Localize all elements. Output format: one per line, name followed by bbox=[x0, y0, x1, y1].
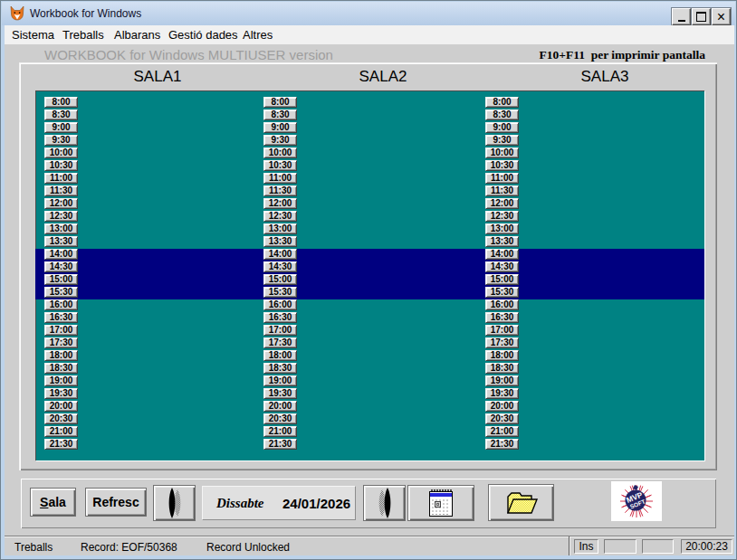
menu-altres[interactable]: Altres bbox=[243, 28, 273, 42]
time-slot-button[interactable]: 19:00 bbox=[485, 375, 519, 386]
time-slot-button[interactable]: 18:00 bbox=[44, 350, 78, 361]
time-slot-button[interactable]: 21:30 bbox=[44, 439, 78, 450]
time-slot-button[interactable]: 10:00 bbox=[44, 147, 78, 158]
time-slot-button[interactable]: 14:00 bbox=[44, 249, 78, 260]
time-slot-button[interactable]: 16:00 bbox=[263, 299, 297, 310]
time-slot-button[interactable]: 17:30 bbox=[263, 337, 297, 348]
time-slot-button[interactable]: 12:30 bbox=[263, 211, 297, 222]
time-slot-button[interactable]: 18:30 bbox=[485, 363, 519, 374]
time-slot-button[interactable]: 10:30 bbox=[44, 160, 78, 171]
time-slot-button[interactable]: 12:30 bbox=[485, 211, 519, 222]
time-slot-button[interactable]: 8:30 bbox=[44, 109, 78, 120]
previous-day-button[interactable] bbox=[153, 485, 196, 521]
time-slot-button[interactable]: 18:00 bbox=[485, 350, 519, 361]
time-slot-button[interactable]: 10:00 bbox=[263, 147, 297, 158]
time-slot-button[interactable]: 12:00 bbox=[44, 198, 78, 209]
time-slot-button[interactable]: 17:30 bbox=[44, 337, 78, 348]
time-slot-button[interactable]: 13:00 bbox=[263, 223, 297, 234]
time-slot-button[interactable]: 16:30 bbox=[263, 312, 297, 323]
time-slot-button[interactable]: 20:30 bbox=[263, 413, 297, 424]
time-slot-button[interactable]: 10:00 bbox=[485, 147, 519, 158]
menu-albarans[interactable]: Albarans bbox=[114, 28, 160, 42]
refresc-button[interactable]: Refresc bbox=[85, 488, 147, 517]
time-slot-button[interactable]: 14:30 bbox=[485, 261, 519, 272]
time-slot-button[interactable]: 12:00 bbox=[485, 198, 519, 209]
time-slot-button[interactable]: 8:00 bbox=[485, 97, 519, 108]
time-slot-button[interactable]: 15:30 bbox=[44, 287, 78, 298]
time-slot-button[interactable]: 21:30 bbox=[263, 439, 297, 450]
time-slot-button[interactable]: 21:00 bbox=[485, 426, 519, 437]
time-slot-button[interactable]: 13:30 bbox=[44, 236, 78, 247]
time-slot-button[interactable]: 11:30 bbox=[44, 185, 78, 196]
maximize-button[interactable] bbox=[692, 8, 711, 25]
time-slot-button[interactable]: 17:00 bbox=[485, 325, 519, 336]
time-slot-button[interactable]: 15:00 bbox=[263, 274, 297, 285]
menu-gestio-dades[interactable]: Gestió dades bbox=[168, 28, 238, 42]
time-slot-button[interactable]: 15:30 bbox=[485, 287, 519, 298]
time-slot-button[interactable]: 13:00 bbox=[44, 223, 78, 234]
time-slot-button[interactable]: 12:00 bbox=[263, 198, 297, 209]
time-slot-button[interactable]: 14:00 bbox=[263, 249, 297, 260]
time-slot-button[interactable]: 11:00 bbox=[485, 173, 519, 184]
time-slot-button[interactable]: 9:00 bbox=[485, 122, 519, 133]
time-slot-button[interactable]: 15:30 bbox=[263, 287, 297, 298]
time-slot-button[interactable]: 13:30 bbox=[485, 236, 519, 247]
time-slot-button[interactable]: 20:00 bbox=[44, 401, 78, 412]
time-slot-button[interactable]: 19:00 bbox=[44, 375, 78, 386]
time-slot-button[interactable]: 11:00 bbox=[263, 173, 297, 184]
time-slot-button[interactable]: 20:00 bbox=[263, 401, 297, 412]
time-slot-button[interactable]: 14:00 bbox=[485, 249, 519, 260]
time-slot-button[interactable]: 18:30 bbox=[44, 363, 78, 374]
time-slot-button[interactable]: 21:30 bbox=[485, 439, 519, 450]
time-slot-button[interactable]: 15:00 bbox=[44, 274, 78, 285]
time-slot-button[interactable]: 9:30 bbox=[44, 135, 78, 146]
time-slot-button[interactable]: 14:30 bbox=[44, 261, 78, 272]
time-slot-button[interactable]: 16:00 bbox=[485, 299, 519, 310]
menu-treballs[interactable]: Treballs bbox=[62, 28, 104, 42]
calendar-button[interactable] bbox=[407, 485, 474, 521]
time-slot-button[interactable]: 8:00 bbox=[263, 97, 297, 108]
time-slot-button[interactable]: 17:00 bbox=[44, 325, 78, 336]
close-button[interactable]: × bbox=[712, 8, 731, 25]
time-slot-button[interactable]: 20:30 bbox=[485, 413, 519, 424]
time-slot-button[interactable]: 9:00 bbox=[44, 122, 78, 133]
time-slot-button[interactable]: 11:00 bbox=[44, 173, 78, 184]
sala-button[interactable]: Sala bbox=[30, 488, 76, 517]
time-slot-button[interactable]: 13:00 bbox=[485, 223, 519, 234]
time-slot-button[interactable]: 16:30 bbox=[44, 312, 78, 323]
time-slot-button[interactable]: 21:00 bbox=[263, 426, 297, 437]
next-day-button[interactable] bbox=[363, 485, 406, 521]
time-slot-button[interactable]: 8:30 bbox=[485, 109, 519, 120]
menu-sistema[interactable]: Sistema bbox=[12, 28, 54, 42]
time-slot-button[interactable]: 8:30 bbox=[263, 109, 297, 120]
time-slot-button[interactable]: 19:30 bbox=[485, 388, 519, 399]
time-slot-button[interactable]: 20:00 bbox=[485, 401, 519, 412]
folder-icon bbox=[504, 490, 539, 516]
time-slot-button[interactable]: 12:30 bbox=[44, 211, 78, 222]
time-slot-button[interactable]: 17:30 bbox=[485, 337, 519, 348]
time-slot-button[interactable]: 9:30 bbox=[263, 135, 297, 146]
time-slot-button[interactable]: 15:00 bbox=[485, 274, 519, 285]
time-slot-button[interactable]: 14:30 bbox=[263, 261, 297, 272]
time-slot-button[interactable]: 17:00 bbox=[263, 325, 297, 336]
time-slot-button[interactable]: 18:00 bbox=[263, 350, 297, 361]
time-slot-button[interactable]: 11:30 bbox=[485, 185, 519, 196]
time-slot-button[interactable]: 16:00 bbox=[44, 299, 78, 310]
time-slot-button[interactable]: 19:00 bbox=[263, 375, 297, 386]
time-slot-button[interactable]: 8:00 bbox=[44, 97, 78, 108]
menu-bar: Sistema Treballs Albarans Gestió dades A… bbox=[5, 25, 734, 44]
time-slot-button[interactable]: 18:30 bbox=[263, 363, 297, 374]
time-slot-button[interactable]: 10:30 bbox=[263, 160, 297, 171]
time-slot-button[interactable]: 11:30 bbox=[263, 185, 297, 196]
minimize-button[interactable] bbox=[672, 8, 691, 25]
time-slot-button[interactable]: 19:30 bbox=[263, 388, 297, 399]
time-slot-button[interactable]: 10:30 bbox=[485, 160, 519, 171]
time-slot-button[interactable]: 16:30 bbox=[485, 312, 519, 323]
time-slot-button[interactable]: 19:30 bbox=[44, 388, 78, 399]
time-slot-button[interactable]: 13:30 bbox=[263, 236, 297, 247]
time-slot-button[interactable]: 20:30 bbox=[44, 413, 78, 424]
time-slot-button[interactable]: 21:00 bbox=[44, 426, 78, 437]
time-slot-button[interactable]: 9:30 bbox=[485, 135, 519, 146]
open-folder-button[interactable] bbox=[488, 484, 554, 521]
time-slot-button[interactable]: 9:00 bbox=[263, 122, 297, 133]
